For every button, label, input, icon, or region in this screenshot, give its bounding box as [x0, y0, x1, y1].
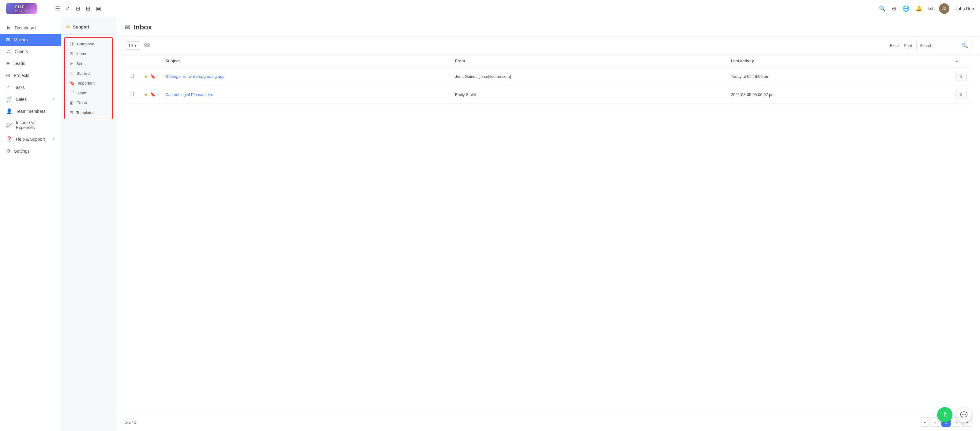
grid-icon[interactable]: ⊞ [76, 5, 80, 12]
mid-sidebar-header: ✉ Support [61, 22, 116, 35]
inbox-icon: ✉ [70, 51, 73, 56]
row-actions: ★ 🔖 [144, 73, 156, 80]
inbox-header-icon: ✉ [125, 24, 130, 31]
search-icon[interactable]: 🔍 [879, 5, 886, 12]
mid-item-important[interactable]: 🔖 Important [65, 78, 112, 88]
email-table-body: ★ 🔖 Getting error while upgrading app Je… [125, 67, 971, 104]
toolbar-right: Excel Print 🔍 [890, 41, 971, 50]
main-layout: 🖥 Dashboard ✉ Mailbox 🗂 Clients ◈ Leads … [0, 17, 980, 431]
compose-icon: @ [70, 42, 74, 46]
column-options-icon[interactable]: ≡ [956, 59, 958, 63]
mid-item-starred[interactable]: ☆ Starred [65, 69, 112, 78]
briefcase-icon[interactable]: ⊟ [86, 5, 90, 12]
subject-link[interactable]: Getting error while upgrading app [165, 74, 224, 79]
sidebar-item-help[interactable]: ❓ Help & Support ▾ [0, 133, 61, 145]
mid-item-trash[interactable]: 🗑 Trash [65, 98, 112, 108]
email-table-wrapper: Subject From Last activity ≡ [116, 55, 980, 412]
important-icon: 🔖 [70, 81, 75, 86]
subject-link[interactable]: Can not login! Please help. [165, 92, 213, 97]
bookmark-icon[interactable]: 🔖 [150, 74, 156, 79]
print-button[interactable]: Print [904, 43, 912, 48]
col-actions: ≡ [951, 55, 971, 67]
sidebar-item-dashboard[interactable]: 🖥 Dashboard [0, 22, 61, 34]
chevron-down-icon: ▾ [53, 97, 55, 101]
sidebar-item-label: Clients [15, 49, 28, 54]
check-icon[interactable]: ✓ [65, 5, 70, 12]
sidebar-item-income[interactable]: 📈 Income vs Expenses [0, 117, 61, 133]
sidebar-item-team[interactable]: 👤 Team members [0, 105, 61, 117]
search-input[interactable] [920, 43, 959, 48]
content-header: ✉ Inbox [116, 17, 980, 37]
sidebar-item-label: Leads [13, 61, 25, 66]
eye-icon[interactable] [144, 42, 150, 49]
chat-fab-button[interactable]: 💬 [956, 407, 971, 422]
sidebar-item-label: Projects [14, 73, 29, 78]
trash-icon: 🗑 [70, 100, 74, 105]
col-last-activity: Last activity [726, 55, 951, 67]
delete-button[interactable]: 🗑 [956, 72, 967, 81]
delete-cell: 🗑 [951, 67, 971, 86]
search-submit-icon[interactable]: 🔍 [962, 43, 968, 48]
star-icon[interactable]: ★ [144, 73, 148, 80]
chat-icon: 💬 [960, 411, 968, 418]
tasks-icon: ✓ [6, 84, 10, 90]
sales-icon: 🛒 [6, 96, 12, 102]
mid-item-label: Important [78, 81, 95, 86]
add-icon[interactable]: ⊕ [892, 5, 896, 12]
per-page-select[interactable]: 10 ▾ [125, 42, 140, 49]
star-icon[interactable]: ★ [144, 92, 148, 97]
menu-icon[interactable]: ☰ [55, 5, 60, 12]
mid-sidebar: ✉ Support @ Compose ✉ Inbox ➤ Sent ☆ Sta… [61, 17, 116, 431]
col-subject: Subject [161, 55, 450, 67]
mid-item-draft[interactable]: 📄 Draft [65, 88, 112, 98]
dashboard-icon: 🖥 [6, 25, 11, 31]
whatsapp-fab-button[interactable]: ✆ [937, 407, 953, 422]
delete-button[interactable]: 🗑 [956, 90, 967, 99]
starred-icon: ☆ [70, 71, 73, 76]
mid-sidebar-title: Support [73, 24, 89, 29]
mid-item-sent[interactable]: ➤ Sent [65, 59, 112, 69]
pagination-info: 1-2 / 2 [125, 420, 136, 425]
globe-icon[interactable]: 🌐 [902, 5, 909, 12]
subject-cell: Can not login! Please help. [161, 86, 450, 104]
mid-item-label: Sent [76, 61, 84, 66]
sidebar-item-leads[interactable]: ◈ Leads [0, 57, 61, 69]
bell-icon[interactable]: 🔔 [915, 5, 922, 12]
draft-icon: 📄 [70, 91, 75, 95]
red-border-panel: @ Compose ✉ Inbox ➤ Sent ☆ Starred 🔖 Imp… [64, 37, 113, 119]
team-icon: 👤 [6, 108, 12, 114]
mid-item-label: Trash [77, 101, 87, 105]
mid-item-compose[interactable]: @ Compose [65, 39, 112, 49]
delete-cell: 🗑 [951, 86, 971, 104]
search-box: 🔍 [916, 41, 971, 50]
main-content: ✉ Inbox 10 ▾ Excel Print 🔍 [116, 17, 980, 431]
sidebar-item-clients[interactable]: 🗂 Clients [0, 46, 61, 57]
sidebar-item-tasks[interactable]: ✓ Tasks [0, 81, 61, 93]
avatar[interactable]: JD [939, 3, 950, 14]
per-page-value: 10 [128, 43, 133, 48]
first-page-button[interactable]: « [921, 418, 930, 427]
row-checkbox[interactable] [130, 92, 134, 96]
mail-icon[interactable]: ✉ [928, 5, 933, 12]
sidebar-item-sales[interactable]: 🛒 Sales ▾ [0, 93, 61, 105]
last-activity-cell: Today at 02:46:06 pm [726, 67, 951, 86]
table-row: ★ 🔖 Can not login! Please help. Emily Sm… [125, 86, 971, 104]
sidebar-item-settings[interactable]: ⚙ Settings [0, 145, 61, 157]
row-checkbox[interactable] [130, 74, 134, 78]
toolbar: 10 ▾ Excel Print 🔍 [116, 37, 980, 55]
top-navigation: RISEPlugins ☰ ✓ ⊞ ⊟ ▣ 🔍 ⊕ 🌐 🔔 ✉ JD John … [0, 0, 980, 17]
mid-item-templates[interactable]: ⊟ Templates [65, 108, 112, 117]
mid-item-label: Compose [77, 42, 94, 46]
excel-button[interactable]: Excel [890, 43, 899, 48]
top-nav-icons: ☰ ✓ ⊞ ⊟ ▣ [55, 5, 101, 12]
bookmark-icon[interactable]: 🔖 [150, 92, 156, 97]
logo: RISEPlugins [6, 3, 43, 14]
mid-item-label: Draft [78, 91, 86, 95]
table-header: Subject From Last activity ≡ [125, 55, 971, 67]
mid-item-inbox[interactable]: ✉ Inbox [65, 49, 112, 59]
monitor-icon[interactable]: ▣ [96, 5, 101, 12]
sidebar-item-mailbox[interactable]: ✉ Mailbox [0, 34, 61, 46]
sidebar-item-projects[interactable]: ⊞ Projects [0, 69, 61, 81]
subject-cell: Getting error while upgrading app [161, 67, 450, 86]
top-nav-right: 🔍 ⊕ 🌐 🔔 ✉ JD John Doe [879, 3, 974, 14]
